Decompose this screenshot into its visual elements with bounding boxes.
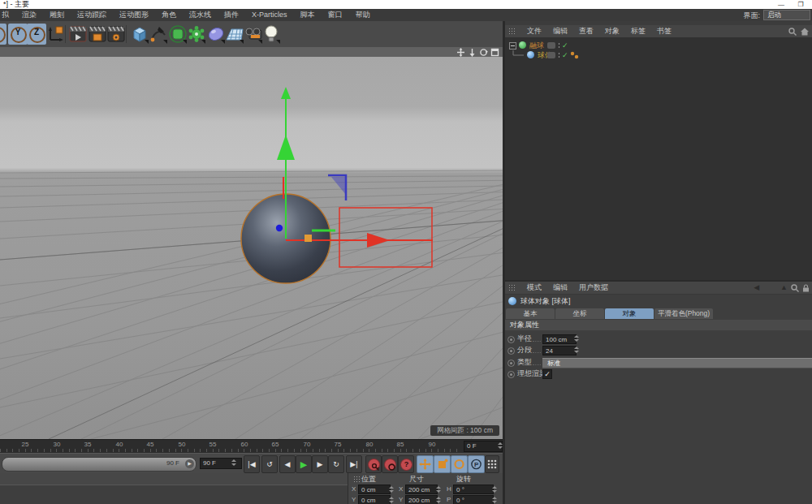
type-dropdown[interactable]: 标准 <box>542 358 812 368</box>
expand-icon[interactable] <box>509 42 516 50</box>
camera-button[interactable] <box>244 24 263 45</box>
material-manager-panel[interactable] <box>0 473 348 504</box>
am-menu-userdata[interactable]: 用户数据 <box>573 282 614 294</box>
goto-end-button[interactable]: ▶| <box>346 455 362 473</box>
goto-start-button[interactable]: |◀ <box>244 455 260 473</box>
rotation-p-field[interactable]: 0 ° <box>453 495 494 504</box>
panel-grip-icon[interactable] <box>508 284 516 291</box>
object-manager-tree[interactable]: 融球 ✓ 球体 ✓ <box>505 37 812 280</box>
minimize-button[interactable]: — <box>776 1 786 8</box>
render-view-button[interactable] <box>68 24 88 45</box>
axis-z-lock-button[interactable]: Z <box>27 24 46 45</box>
record-pla-toggle[interactable] <box>485 455 499 473</box>
object-name[interactable]: 融球 <box>529 41 544 50</box>
keyframe-dot-icon[interactable] <box>508 360 515 367</box>
segments-field[interactable]: 24 <box>542 346 577 355</box>
pointer-icon[interactable]: ▲ <box>780 283 788 292</box>
spline-pen-button[interactable] <box>149 24 168 45</box>
viewport-zoom-icon[interactable] <box>468 48 477 57</box>
menu-item-script[interactable]: 脚本 <box>294 9 322 21</box>
layout-dropdown[interactable]: 启动 <box>763 10 810 20</box>
om-menu-tags[interactable]: 标签 <box>625 25 651 37</box>
menu-item-pipeline[interactable]: 流水线 <box>183 9 218 21</box>
search-icon[interactable] <box>791 284 799 292</box>
panel-grip-icon[interactable] <box>353 476 361 483</box>
phong-tag-icon[interactable] <box>570 51 579 59</box>
autokey-button[interactable] <box>382 455 398 473</box>
menu-item-motion-tracker[interactable]: 运动跟踪 <box>71 9 113 21</box>
lock-icon[interactable] <box>802 284 810 292</box>
menu-item-window[interactable]: 窗口 <box>322 9 349 21</box>
keyframe-selection-button[interactable]: ? <box>398 455 414 473</box>
tab-object[interactable]: 对象 <box>605 308 654 319</box>
object-row-sphere[interactable]: 球体 ✓ <box>505 50 812 60</box>
floor-button[interactable] <box>225 24 244 45</box>
coordinate-system-button[interactable] <box>46 24 66 45</box>
record-rotation-toggle[interactable] <box>451 455 468 473</box>
axis-y-lock-button[interactable]: Y <box>8 24 28 45</box>
previous-key-button[interactable]: ↺ <box>261 455 278 473</box>
search-icon[interactable] <box>788 28 797 36</box>
current-frame-field[interactable]: 0 F <box>464 441 503 452</box>
visibility-dots-icon[interactable] <box>558 42 560 49</box>
am-menu-mode[interactable]: 模式 <box>521 282 547 294</box>
axis-x-lock-button[interactable] <box>0 24 6 45</box>
menu-item-partial[interactable]: 拟 <box>0 9 15 21</box>
layer-swatch-icon[interactable] <box>547 52 555 58</box>
home-icon[interactable] <box>801 28 809 36</box>
environment-button[interactable] <box>206 24 226 45</box>
viewport-maximize-icon[interactable] <box>490 48 499 57</box>
panel-grip-icon[interactable] <box>508 28 516 35</box>
menu-item-xparticles[interactable]: X-Particles <box>245 9 294 21</box>
tab-basic[interactable]: 基本 <box>506 308 555 319</box>
rotation-h-field[interactable]: 0 ° <box>453 485 494 494</box>
menu-item-mograph[interactable]: 运动图形 <box>113 9 155 21</box>
om-menu-view[interactable]: 查看 <box>573 25 599 37</box>
range-popup-button[interactable]: ▶ <box>185 459 194 468</box>
position-x-field[interactable]: 0 cm <box>358 485 391 494</box>
history-back-icon[interactable]: ◀ <box>754 283 759 292</box>
keyframe-dot-icon[interactable] <box>508 371 515 378</box>
viewport[interactable]: 网格间距 : 100 cm <box>0 57 503 439</box>
timeline-range-slider[interactable]: 90 F ▶ <box>2 457 197 472</box>
light-button[interactable] <box>261 24 281 45</box>
render-perfect-checkbox[interactable]: ✓ <box>542 369 552 379</box>
om-menu-bookmarks[interactable]: 书签 <box>651 25 677 37</box>
record-position-toggle[interactable] <box>417 455 434 473</box>
cube-primitive-button[interactable] <box>130 24 149 45</box>
timeline-ruler[interactable]: 25 30 35 40 45 50 55 60 65 70 75 80 85 9… <box>0 439 503 454</box>
viewport-pan-icon[interactable] <box>456 48 465 57</box>
object-row-metaball[interactable]: 融球 ✓ <box>505 41 812 50</box>
layer-swatch-icon[interactable] <box>547 42 555 49</box>
menu-item-render[interactable]: 渲染 <box>15 9 43 21</box>
object-properties-section[interactable]: 对象属性 <box>505 320 812 330</box>
keyframe-dot-icon[interactable] <box>508 336 515 343</box>
keyframe-dot-icon[interactable] <box>508 347 515 355</box>
viewport-rotate-icon[interactable] <box>479 48 488 57</box>
visibility-dots-icon[interactable] <box>558 52 560 58</box>
radius-field[interactable]: 100 cm <box>542 334 577 344</box>
next-key-button[interactable]: ↻ <box>328 455 344 473</box>
enabled-check-icon[interactable]: ✓ <box>562 41 568 50</box>
render-settings-button[interactable] <box>106 24 126 45</box>
record-keyframe-button[interactable] <box>365 455 382 473</box>
om-menu-objects[interactable]: 对象 <box>599 25 625 37</box>
record-scale-toggle[interactable] <box>434 455 451 473</box>
next-frame-button[interactable]: ▶ <box>312 455 328 473</box>
tab-phong[interactable]: 平滑着色(Phong) <box>654 308 713 319</box>
menu-item-character[interactable]: 角色 <box>155 9 183 21</box>
record-parameter-toggle[interactable]: P <box>468 455 485 473</box>
om-menu-file[interactable]: 文件 <box>521 25 547 37</box>
tab-coordinates[interactable]: 坐标 <box>555 308 604 319</box>
om-menu-edit[interactable]: 编辑 <box>547 25 573 37</box>
enabled-check-icon[interactable]: ✓ <box>562 50 568 60</box>
deformer-button[interactable] <box>187 24 206 45</box>
render-picture-viewer-button[interactable] <box>88 24 107 45</box>
maximize-button[interactable]: ❐ <box>796 1 806 8</box>
menu-item-help[interactable]: 帮助 <box>349 9 377 21</box>
am-menu-edit[interactable]: 编辑 <box>547 282 573 294</box>
position-y-field[interactable]: 0 cm <box>358 495 391 504</box>
size-y-field[interactable]: 200 cm <box>405 495 438 504</box>
size-x-field[interactable]: 200 cm <box>405 485 438 494</box>
previous-frame-button[interactable]: ◀ <box>279 455 296 473</box>
